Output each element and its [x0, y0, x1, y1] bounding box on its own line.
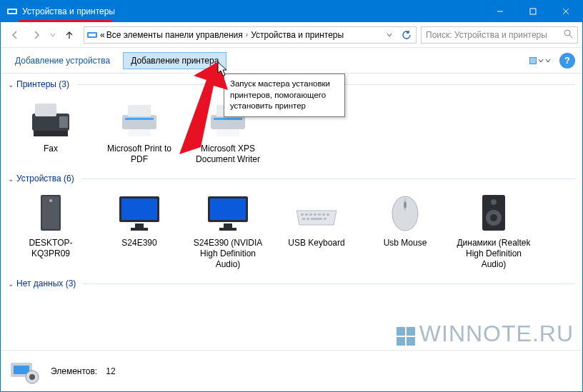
device-label: Usb Mouse [384, 238, 427, 248]
chevron-down-icon: ⌄ [8, 175, 14, 183]
view-options-button[interactable] [527, 54, 554, 67]
device-label: S24E390 [121, 238, 156, 248]
svg-rect-41 [327, 213, 329, 216]
device-item[interactable]: Usb Mouse [362, 186, 448, 273]
svg-rect-59 [397, 337, 405, 346]
nav-up-button[interactable] [59, 25, 79, 45]
device-label: Динамики (Realtek High Definition Audio) [454, 238, 534, 270]
device-label: USB Keyboard [288, 238, 344, 248]
svg-rect-45 [324, 218, 327, 220]
breadcrumb-current[interactable]: Устройства и принтеры [251, 30, 344, 40]
device-item[interactable]: Динамики (Realtek High Definition Audio) [451, 186, 537, 273]
titlebar: Устройства и принтеры [1, 1, 582, 22]
group-title-nodata: Нет данных (3) [16, 278, 76, 288]
watermark-text: WINNOTE.RU [419, 321, 574, 347]
svg-rect-38 [314, 213, 317, 216]
svg-rect-17 [128, 105, 151, 116]
control-panel-icon [86, 29, 99, 41]
breadcrumb-prefix: « [100, 30, 105, 40]
breadcrumb-parent[interactable]: Все элементы панели управления [106, 30, 243, 40]
toolbar: Добавление устройства Добавление принтер… [1, 48, 582, 74]
device-label: S24E390 (NVIDIA High Definition Audio) [188, 238, 268, 270]
search-input[interactable]: Поиск: Устройства и принтеры [421, 26, 578, 44]
svg-rect-34 [219, 228, 236, 231]
svg-rect-57 [397, 327, 405, 336]
svg-point-56 [29, 374, 35, 380]
svg-rect-44 [311, 218, 322, 220]
svg-point-51 [490, 214, 497, 221]
annotation-underline [19, 20, 112, 22]
speaker-icon [468, 189, 519, 235]
breadcrumb[interactable]: « Все элементы панели управления › Устро… [84, 26, 417, 44]
svg-rect-20 [211, 115, 245, 129]
minimize-button[interactable] [484, 1, 517, 22]
svg-rect-22 [216, 129, 239, 136]
device-item[interactable]: S24E390 [96, 186, 182, 273]
svg-rect-23 [214, 118, 242, 120]
window-app-icon [6, 6, 18, 17]
group-header-devices[interactable]: ⌄ Устройства (6) [8, 174, 575, 184]
cursor-icon [217, 61, 229, 77]
device-label: DESKTOP-KQ3PR09 [11, 238, 91, 259]
add-device-button[interactable]: Добавление устройства [8, 53, 117, 69]
svg-rect-19 [125, 118, 154, 120]
svg-rect-32 [210, 198, 246, 220]
window-title: Устройства и принтеры [22, 6, 484, 16]
svg-rect-16 [122, 115, 156, 129]
status-elements-label: Элементов: [51, 366, 97, 376]
search-icon [564, 29, 573, 41]
nav-history-dropdown[interactable] [48, 32, 58, 38]
chevron-down-icon: ⌄ [8, 81, 14, 89]
navbar: « Все элементы панели управления › Устро… [1, 22, 582, 48]
device-item[interactable]: DESKTOP-KQ3PR09 [8, 186, 94, 273]
group-title-printers: Принтеры (3) [16, 79, 69, 89]
device-label: Microsoft XPS Document Writer [188, 144, 268, 165]
device-item[interactable]: USB Keyboard [274, 186, 359, 273]
nav-back-button[interactable] [5, 25, 25, 45]
keyboard-icon [291, 189, 342, 235]
svg-point-48 [404, 201, 407, 208]
svg-rect-60 [407, 337, 415, 346]
svg-point-52 [491, 199, 497, 205]
device-item[interactable]: Fax [8, 92, 94, 168]
svg-rect-11 [530, 58, 536, 64]
svg-point-26 [49, 199, 52, 202]
svg-rect-33 [224, 223, 232, 228]
add-printer-button[interactable]: Добавление принтера [123, 52, 226, 69]
device-item[interactable]: Microsoft Print to PDF [96, 92, 182, 168]
svg-rect-39 [318, 213, 321, 216]
svg-line-9 [569, 35, 572, 38]
svg-rect-29 [135, 223, 144, 228]
search-placeholder: Поиск: Устройства и принтеры [426, 30, 561, 40]
close-button[interactable] [549, 1, 582, 22]
refresh-button[interactable] [399, 30, 414, 40]
device-label: Microsoft Print to PDF [99, 144, 179, 165]
devices-grid: DESKTOP-KQ3PR09 S24E390 S24E390 (NVIDIA … [8, 186, 575, 273]
svg-rect-13 [35, 104, 56, 116]
maximize-button[interactable] [517, 1, 549, 22]
device-label: Fax [44, 144, 58, 154]
svg-rect-1 [9, 10, 16, 13]
svg-point-8 [564, 30, 570, 36]
group-header-nodata[interactable]: ⌄ Нет данных (3) [8, 278, 575, 288]
breadcrumb-dropdown[interactable] [382, 31, 397, 39]
tooltip: Запуск мастера установки принтеров, помо… [224, 74, 345, 117]
tooltip-text: Запуск мастера установки принтеров, помо… [230, 79, 330, 110]
svg-rect-18 [128, 129, 151, 136]
svg-rect-43 [307, 218, 309, 220]
window-buttons [484, 1, 582, 22]
chevron-right-icon: › [244, 31, 249, 39]
chevron-down-icon: ⌄ [8, 280, 14, 288]
svg-rect-3 [530, 9, 536, 14]
statusbar: Элементов: 12 [1, 350, 582, 391]
nav-forward-button[interactable] [26, 25, 46, 45]
status-elements-count: 12 [106, 366, 115, 376]
svg-rect-28 [121, 198, 157, 220]
svg-rect-36 [305, 213, 308, 216]
svg-rect-30 [131, 228, 148, 231]
help-button[interactable]: ? [559, 53, 575, 69]
device-item[interactable]: S24E390 (NVIDIA High Definition Audio) [185, 186, 271, 273]
monitor-icon [202, 189, 254, 235]
windows-logo-icon [397, 325, 415, 343]
status-icon [8, 357, 42, 386]
